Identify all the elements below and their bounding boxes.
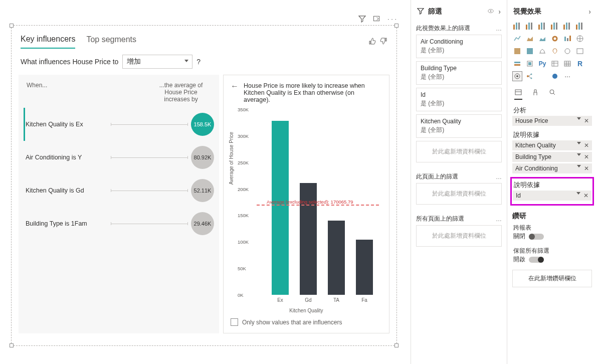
viz-stacked-area-icon[interactable] <box>537 34 547 44</box>
more-icon[interactable]: … <box>496 25 502 32</box>
remove-field-icon[interactable]: ✕ <box>584 117 589 124</box>
influencer-axis <box>111 191 188 191</box>
tab-top-segments[interactable]: Top segments <box>86 35 136 48</box>
viz-area-icon[interactable] <box>525 34 535 44</box>
viz-arcgis-icon[interactable] <box>550 71 560 81</box>
resize-handle[interactable] <box>394 24 399 28</box>
viz-ribbon-icon[interactable] <box>550 34 560 44</box>
report-canvas: · · · Key influencers Top segments What … <box>0 0 411 364</box>
filter-card[interactable]: Id 是 (全部) <box>416 88 502 111</box>
remove-field-icon[interactable]: ✕ <box>584 142 589 149</box>
svg-point-25 <box>550 90 554 94</box>
viz-scatter-icon[interactable] <box>575 34 585 44</box>
viz-filled-map-icon[interactable] <box>562 46 572 56</box>
remove-field-icon[interactable]: ✕ <box>584 153 589 160</box>
field-chip[interactable]: House Price ✕ <box>512 116 592 126</box>
viz-r-icon[interactable]: R <box>575 59 585 69</box>
resize-handle[interactable] <box>10 24 14 28</box>
viz-treemap-icon[interactable] <box>537 46 547 56</box>
add-filter-dropzone[interactable]: 於此處新增資料欄位 <box>416 141 502 162</box>
chevron-down-icon[interactable] <box>577 165 581 167</box>
keep-filters-toggle[interactable] <box>529 257 544 263</box>
chevron-down-icon[interactable] <box>577 153 581 156</box>
more-options-icon[interactable]: · · · <box>387 15 396 24</box>
only-influencers-checkbox[interactable] <box>231 318 238 326</box>
influencer-row[interactable]: Building Type is 1Fam 29.46K <box>24 207 214 240</box>
viz-key-influencers-icon[interactable] <box>512 71 522 81</box>
bar[interactable] <box>328 221 345 295</box>
chevron-down-icon[interactable] <box>577 142 581 144</box>
help-icon[interactable]: ? <box>196 58 201 66</box>
x-axis-label: Kitchen Quality <box>231 308 382 313</box>
field-chip[interactable]: Kitchen Quality ✕ <box>512 140 592 150</box>
more-icon[interactable]: … <box>496 216 502 223</box>
analytics-tab-icon[interactable] <box>548 88 556 100</box>
viz-pie-icon[interactable] <box>512 46 522 56</box>
more-icon[interactable]: … <box>496 173 502 180</box>
viz-stacked-column-icon[interactable] <box>537 21 547 31</box>
viz-clustered-bar-icon[interactable] <box>525 21 535 31</box>
highlighted-field-well: 說明依據 Id ✕ <box>510 177 594 206</box>
viz-clustered-column-icon[interactable] <box>550 21 560 31</box>
bar[interactable] <box>356 240 373 295</box>
tab-key-influencers[interactable]: Key influencers <box>21 35 75 49</box>
resize-handle[interactable] <box>10 343 14 347</box>
field-chip[interactable]: Air Conditioning ✕ <box>512 163 592 173</box>
thumbs-down-icon[interactable] <box>379 37 387 47</box>
influencer-label: Building Type is 1Fam <box>26 220 111 227</box>
viz-decomposition-icon[interactable] <box>525 71 535 81</box>
viz-map-icon[interactable] <box>550 46 560 56</box>
y-tick: 350K <box>238 107 249 112</box>
viz-100-stacked-icon[interactable] <box>562 21 572 31</box>
influencer-row[interactable]: Air Conditioning is Y 80.92K <box>24 141 214 174</box>
fields-tab-icon[interactable] <box>514 88 522 100</box>
influencer-axis <box>111 224 188 224</box>
focus-mode-icon[interactable] <box>373 15 380 24</box>
influencer-row[interactable]: Kitchen Quality is Gd 52.11K <box>24 174 214 207</box>
filter-icon[interactable] <box>358 15 366 24</box>
viz-table-icon[interactable] <box>550 59 560 69</box>
viz-more-icon[interactable]: ··· <box>562 71 572 81</box>
chevron-right-icon[interactable]: › <box>498 8 501 16</box>
format-tab-icon[interactable] <box>531 88 539 100</box>
direction-dropdown[interactable]: 增加 <box>122 55 192 69</box>
x-tick: Ex <box>277 297 283 303</box>
key-influencers-visual[interactable]: Key influencers Top segments What influe… <box>11 25 397 346</box>
resize-handle[interactable] <box>394 343 399 347</box>
viz-waterfall-icon[interactable] <box>562 34 572 44</box>
viz-kpi-icon[interactable]: Py <box>537 59 547 69</box>
svg-rect-6 <box>569 36 571 41</box>
viz-gauge-icon[interactable] <box>575 46 585 56</box>
filter-field-name: Id <box>421 91 497 98</box>
add-filter-dropzone[interactable]: 於此處新增資料欄位 <box>416 225 502 247</box>
add-drillthrough-dropzone[interactable]: 在此新增鑽研欄位 <box>512 270 592 287</box>
eye-icon[interactable] <box>487 8 494 16</box>
filter-card[interactable]: Air Conditioning 是 (全部) <box>416 35 502 58</box>
viz-qna-icon[interactable] <box>537 71 547 81</box>
remove-field-icon[interactable]: ✕ <box>584 165 589 172</box>
influencer-row[interactable]: Kitchen Quality is Ex 158.5K <box>24 108 214 141</box>
viz-matrix-icon[interactable] <box>562 59 572 69</box>
viz-donut-icon[interactable] <box>525 46 535 56</box>
svg-point-20 <box>527 75 529 77</box>
viz-multi-card-icon[interactable] <box>525 59 535 69</box>
viz-card-icon[interactable] <box>512 59 522 69</box>
filter-card[interactable]: Building Type 是 (全部) <box>416 61 502 85</box>
field-chip[interactable]: Building Type ✕ <box>512 152 592 162</box>
viz-100-column-icon[interactable] <box>575 21 585 31</box>
viz-line-icon[interactable] <box>512 34 522 44</box>
chevron-down-icon[interactable] <box>577 117 581 120</box>
back-arrow-icon[interactable]: ← <box>231 82 239 103</box>
filter-field-sub: 是 (全部) <box>421 99 497 108</box>
x-tick: Fa <box>361 297 367 303</box>
cross-report-toggle[interactable] <box>529 234 544 240</box>
thumbs-up-icon[interactable] <box>368 37 376 47</box>
add-filter-dropzone[interactable]: 於此處新增資料欄位 <box>416 183 502 205</box>
chevron-right-icon[interactable]: › <box>588 8 591 16</box>
chevron-down-icon[interactable] <box>576 192 580 195</box>
bar[interactable] <box>272 121 289 295</box>
remove-field-icon[interactable]: ✕ <box>583 192 588 199</box>
viz-stacked-bar-icon[interactable] <box>512 21 522 31</box>
filter-card[interactable]: Kitchen Quality 是 (全部) <box>416 114 502 138</box>
field-chip[interactable]: Id ✕ <box>513 191 591 201</box>
